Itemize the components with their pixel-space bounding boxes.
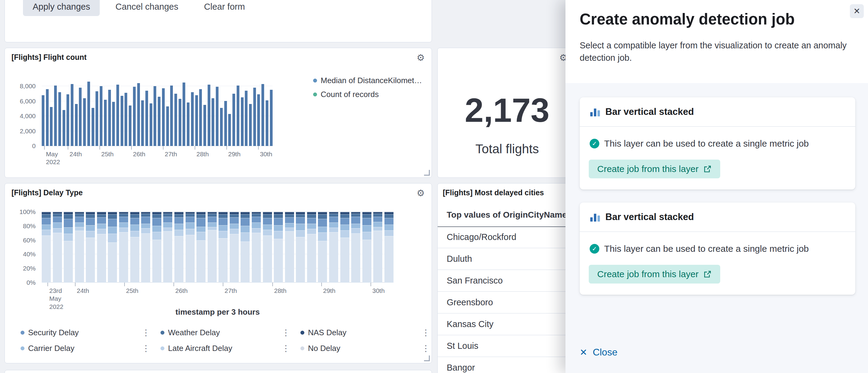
legend-item[interactable]: Weather Delay⋮ — [160, 325, 301, 339]
legend-item[interactable]: Carrier Delay⋮ — [21, 341, 160, 355]
create-job-button[interactable]: Create job from this layer — [589, 265, 720, 283]
bar — [175, 94, 177, 146]
legend-options-icon[interactable]: ⋮ — [419, 328, 433, 338]
legend-options-icon[interactable]: ⋮ — [279, 328, 292, 338]
axis-tick: 27th — [163, 146, 177, 158]
legend-label: Late Aircraft Delay — [168, 344, 232, 353]
flyout-close-button[interactable]: ✕ Close — [580, 347, 617, 358]
bar-segment — [241, 226, 250, 232]
bar-segment — [362, 212, 371, 214]
bar-segment — [108, 242, 117, 283]
legend-options-icon[interactable]: ⋮ — [419, 343, 433, 353]
create-job-button[interactable]: Create job from this layer — [589, 160, 720, 178]
bar — [257, 94, 260, 146]
axis-tick-label: 100% — [19, 208, 36, 216]
bar-segment — [263, 230, 272, 236]
legend-item[interactable]: Late Aircraft Delay⋮ — [160, 341, 301, 355]
bar-segment — [86, 225, 95, 231]
gear-icon[interactable]: ⚙ — [414, 372, 427, 373]
bar-segment — [108, 234, 117, 242]
bar-segment — [307, 224, 316, 229]
axis-tick: 26th — [131, 146, 145, 158]
bar-segment — [351, 214, 360, 217]
flight-count-legend: Median of DistanceKilomet…Count of recor… — [313, 73, 422, 101]
axis-tick: 29th — [321, 283, 336, 295]
bar-segment — [351, 228, 360, 234]
bar-segment — [152, 218, 161, 226]
bar — [112, 102, 115, 146]
bar — [230, 212, 239, 283]
bar-segment — [373, 227, 382, 230]
tick-mark — [223, 283, 223, 286]
bar-segment — [318, 232, 327, 241]
legend-options-icon[interactable]: ⋮ — [279, 343, 292, 353]
bar — [170, 86, 173, 146]
table-row: Duluth — [438, 248, 577, 270]
axis-tick-label: 30th — [258, 150, 272, 158]
bar-segment — [274, 212, 283, 214]
tick-mark — [321, 283, 322, 286]
legend-item[interactable]: No Delay⋮ — [301, 341, 440, 355]
flight-count-y-axis: 8,0006,0004,0002,0000 — [5, 80, 39, 146]
cancel-changes-button[interactable]: Cancel changes — [116, 0, 178, 16]
apply-changes-button[interactable]: Apply changes — [23, 0, 100, 16]
axis-tick-label: 28th — [195, 150, 209, 158]
bar — [195, 95, 198, 146]
bar-segment — [241, 218, 250, 226]
tick-mark — [99, 146, 100, 150]
bar-segment — [141, 217, 150, 224]
bar-segment — [208, 227, 217, 230]
bar-segment — [373, 230, 382, 283]
delay-type-plot[interactable] — [42, 212, 394, 283]
bar — [150, 103, 152, 146]
bar-segment — [141, 228, 150, 234]
bar-segment — [152, 226, 161, 231]
legend-item[interactable]: Security Delay⋮ — [21, 325, 160, 339]
axis-tick: 24th — [68, 146, 82, 158]
legend-options-icon[interactable]: ⋮ — [139, 343, 153, 353]
legend-item[interactable]: Count of records — [313, 87, 422, 101]
bar — [145, 91, 148, 146]
clear-form-button[interactable]: Clear form — [204, 0, 245, 16]
tick-mark — [272, 283, 273, 286]
bar-segment — [373, 222, 382, 227]
bar-segment — [373, 217, 382, 222]
bar-segment — [152, 232, 161, 240]
legend-options-icon[interactable]: ⋮ — [139, 328, 153, 338]
bar — [384, 212, 394, 283]
gear-icon[interactable]: ⚙ — [414, 51, 427, 64]
bar-segment — [86, 212, 95, 214]
bar — [216, 87, 218, 146]
flight-count-plot[interactable] — [42, 80, 273, 146]
bar-segment — [152, 240, 161, 283]
bar-segment — [340, 225, 349, 230]
bar — [95, 91, 98, 146]
legend-label: Count of records — [321, 90, 379, 99]
legend-item[interactable]: NAS Delay⋮ — [301, 325, 440, 339]
gear-icon[interactable]: ⚙ — [414, 187, 427, 200]
axis-tick-label: 27th — [223, 287, 237, 295]
close-icon[interactable]: ✕ — [850, 4, 864, 18]
resize-handle[interactable] — [424, 355, 430, 361]
bar — [208, 85, 210, 146]
bar — [252, 212, 261, 283]
bar-segment — [263, 225, 272, 230]
bar-segment — [307, 234, 316, 283]
resize-handle[interactable] — [424, 170, 430, 176]
axis-tick: 27th — [223, 283, 237, 295]
bar-segment — [108, 214, 117, 219]
legend-item[interactable]: Median of DistanceKilomet… — [313, 73, 422, 87]
bar — [162, 88, 165, 146]
bar-segment — [42, 212, 51, 214]
bar-segment — [75, 227, 84, 230]
bar-segment — [218, 225, 227, 231]
legend-dot — [301, 331, 304, 335]
external-link-icon — [703, 270, 712, 278]
axis-tick-label: 20% — [23, 265, 36, 272]
axis-tick: 30th — [258, 146, 272, 158]
bar — [125, 93, 127, 146]
bar-segment — [196, 212, 206, 214]
bar-segment — [108, 227, 117, 234]
bar — [63, 110, 65, 146]
bar — [285, 212, 294, 283]
